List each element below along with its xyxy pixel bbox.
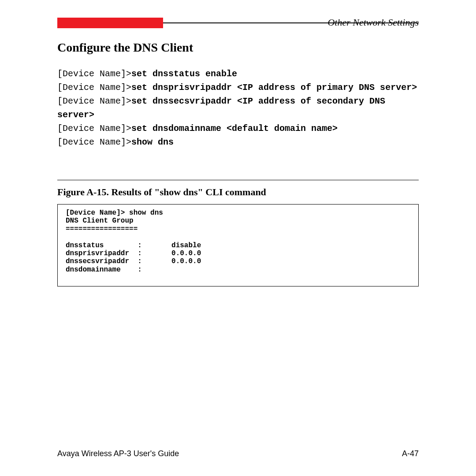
cli-output-line: [Device Name]> show dns bbox=[66, 209, 163, 217]
figure-rule bbox=[57, 180, 419, 180]
page-footer: Avaya Wireless AP-3 User's Guide A-47 bbox=[57, 449, 419, 458]
cli-output-line: dnsdomainname : bbox=[66, 266, 142, 274]
cli-output-box: [Device Name]> show dns DNS Client Group… bbox=[57, 204, 419, 286]
breadcrumb: Other Network Settings bbox=[327, 17, 419, 28]
header-rule: Other Network Settings bbox=[57, 18, 419, 28]
cli-output-line: DNS Client Group bbox=[66, 217, 134, 225]
cli-output-line: dnsstatus : disable bbox=[66, 242, 201, 249]
cmd-text: set dnsstatus enable bbox=[131, 69, 237, 79]
footer-left: Avaya Wireless AP-3 User's Guide bbox=[57, 449, 179, 458]
section-title: Configure the DNS Client bbox=[57, 41, 419, 55]
cmd-text: set dnsdomainname <default domain name> bbox=[131, 123, 338, 134]
cmd-text: show dns bbox=[131, 137, 174, 147]
cmd-prompt: [Device Name]> bbox=[57, 96, 131, 106]
cmd-prompt: [Device Name]> bbox=[57, 137, 131, 147]
cmd-prompt: [Device Name]> bbox=[57, 69, 131, 79]
command-block: [Device Name]>set dnsstatus enable [Devi… bbox=[57, 67, 419, 149]
cli-output-line: dnsprisvripaddr : 0.0.0.0 bbox=[66, 249, 201, 257]
cmd-text: set dnsprisvripaddr <IP address of prima… bbox=[131, 82, 417, 93]
cli-output-line: ================= bbox=[66, 225, 138, 233]
cli-output-line: dnssecsvripaddr : 0.0.0.0 bbox=[66, 257, 201, 265]
figure-caption: Figure A-15. Results of "show dns" CLI c… bbox=[57, 186, 419, 198]
cmd-prompt: [Device Name]> bbox=[57, 123, 131, 134]
cmd-prompt: [Device Name]> bbox=[57, 82, 131, 93]
header-red-block bbox=[57, 18, 163, 28]
footer-right: A-47 bbox=[402, 449, 419, 458]
